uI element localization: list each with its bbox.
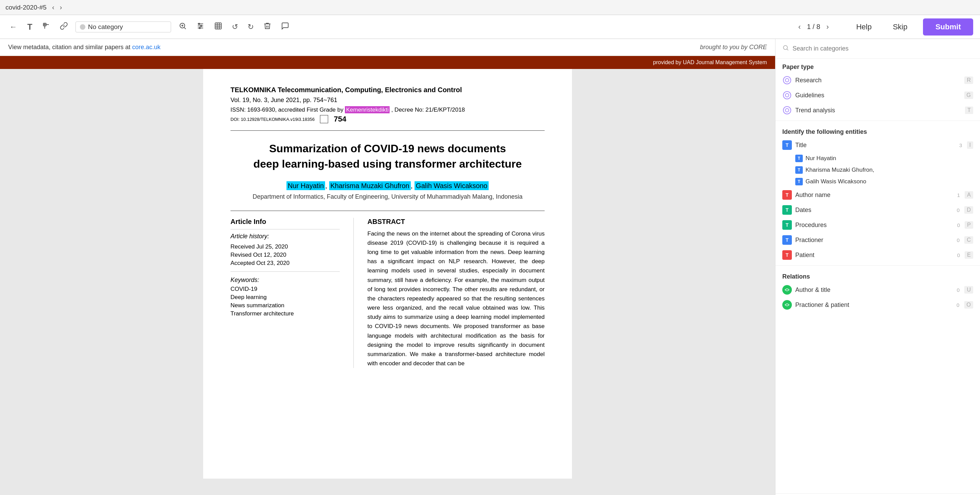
help-button[interactable]: Help xyxy=(851,20,877,34)
relation-author-title-count: 0 xyxy=(957,287,959,293)
skip-button[interactable]: Skip xyxy=(888,20,913,34)
author2-highlight: Kharisma Muzaki Ghufron xyxy=(329,181,411,190)
keyword4: Transformer architecture xyxy=(231,310,340,317)
abstract-text: Facing the news on the internet about th… xyxy=(368,229,545,368)
abstract-title: ABSTRACT xyxy=(368,218,545,226)
title-entity-icon: T xyxy=(782,140,792,150)
entity-author-name[interactable]: T Author name 1 A xyxy=(775,188,980,202)
tab-next-btn[interactable]: › xyxy=(60,3,62,11)
pdf-columns: Article Info Article history: Received J… xyxy=(231,218,545,368)
adjust-button[interactable] xyxy=(194,20,207,34)
tab-prev-btn[interactable]: ‹ xyxy=(52,3,54,11)
keyword3: News summarization xyxy=(231,302,340,309)
core-link[interactable]: core.ac.uk xyxy=(132,44,161,51)
pdf-doi: DOI: 10.12928/TELKOMNIKA.v19i3.18356 xyxy=(231,117,315,122)
pdf-vol-info: Vol. 19, No. 3, June 2021, pp. 754~761 xyxy=(231,97,545,104)
entity-practioner[interactable]: T Practioner 0 C xyxy=(775,232,980,247)
issn-highlight: Kemenristekdikti xyxy=(345,106,390,113)
pdf-paper-title: Summarization of COVID-19 news documents… xyxy=(231,141,545,172)
pdf-viewer: View metadata, citation and similar pape… xyxy=(0,39,775,495)
procedures-entity-label: Procedures xyxy=(795,221,827,229)
relation-prac-patient-icon xyxy=(782,300,792,310)
svg-point-20 xyxy=(783,107,791,114)
author3-highlight: Galih Wasis Wicaksono xyxy=(415,181,488,190)
pdf-divider-top xyxy=(231,131,545,131)
abstract-col: ABSTRACT Facing the news on the internet… xyxy=(368,218,545,368)
author-entity-icon: T xyxy=(782,190,792,200)
undo-button[interactable]: ↺ xyxy=(230,21,240,33)
tagged-kharisma: T Kharisma Muzaki Ghufron, xyxy=(775,164,980,176)
entity-title[interactable]: T Title 3 I xyxy=(775,138,980,153)
pdf-journal-title: TELKOMNIKA Telecommunication, Computing,… xyxy=(231,86,545,94)
relation-prac-patient-label: Practioner & patient xyxy=(795,301,849,309)
procedures-entity-icon: T xyxy=(782,220,792,230)
patient-entity-count: 0 xyxy=(957,252,960,258)
search-input[interactable] xyxy=(792,45,973,52)
entity-dates[interactable]: T Dates 0 D xyxy=(775,202,980,218)
tagged-t-icon-2: T xyxy=(795,166,803,174)
practioner-entity-count: 0 xyxy=(957,237,959,243)
svg-point-16 xyxy=(783,76,791,84)
pdf-banner-top: View metadata, citation and similar pape… xyxy=(0,39,775,56)
pdf-content: TELKOMNIKA Telecommunication, Computing,… xyxy=(203,69,572,479)
doi-checkbox[interactable] xyxy=(320,115,328,123)
procedures-entity-count: 0 xyxy=(957,222,960,228)
svg-point-18 xyxy=(783,91,791,99)
next-page-button[interactable]: › xyxy=(824,21,832,33)
svg-rect-13 xyxy=(215,23,221,29)
redo-button[interactable]: ↻ xyxy=(245,21,256,33)
provided-text: provided by UAD Journal Management Syste… xyxy=(653,59,767,65)
comment-button[interactable] xyxy=(279,20,291,34)
core-logo: brought to you by CORE xyxy=(700,44,767,51)
submit-button[interactable]: Submit xyxy=(923,18,973,35)
pdf-authors: Nur Hayatin, Kharisma Muzaki Ghufron, Ga… xyxy=(231,182,545,190)
transform-button[interactable] xyxy=(212,20,224,34)
back-button[interactable]: ← xyxy=(7,21,20,33)
pdf-issn: ISSN: 1693-6930, accredited First Grade … xyxy=(231,107,545,113)
article-info-title: Article Info xyxy=(231,218,340,226)
category-selector[interactable]: No category xyxy=(75,22,171,32)
text-tool-button[interactable]: T xyxy=(25,20,35,34)
relation-practioner-patient[interactable]: Practioner & patient 0 O xyxy=(775,297,980,312)
link-tool-button[interactable] xyxy=(58,20,70,34)
category-guidelines[interactable]: Guidelines G xyxy=(775,88,980,103)
patient-entity-label: Patient xyxy=(795,251,815,259)
tagged-t-icon-1: T xyxy=(795,154,803,162)
practioner-entity-label: Practioner xyxy=(795,237,823,244)
category-research[interactable]: Research R xyxy=(775,73,980,88)
patient-entity-shortcut: E xyxy=(965,251,973,259)
entities-header: Identify the following entities xyxy=(775,124,980,138)
tagged-nur-hayatin: T Nur Hayatin xyxy=(775,153,980,164)
trash-button[interactable] xyxy=(261,20,274,34)
category-trend[interactable]: Trend analysis T xyxy=(775,103,980,118)
tagged-name-1: Nur Hayatin xyxy=(805,155,836,162)
author-entity-shortcut: A xyxy=(965,191,973,199)
article-history-title: Article history: xyxy=(231,233,340,240)
toolbar: ← T No category xyxy=(0,15,980,39)
entity-procedures[interactable]: T Procedures 0 P xyxy=(775,218,980,232)
entity-patient[interactable]: T Patient 0 E xyxy=(775,247,980,263)
crop-tool-button[interactable] xyxy=(40,20,52,34)
dates-entity-label: Dates xyxy=(795,207,811,214)
pdf-banner-core: provided by UAD Journal Management Syste… xyxy=(0,56,775,69)
svg-point-21 xyxy=(785,108,789,112)
research-icon xyxy=(782,75,792,85)
svg-point-14 xyxy=(783,45,788,49)
keyword1: COVID-19 xyxy=(231,286,340,293)
prev-page-button[interactable]: ‹ xyxy=(795,21,803,33)
tab-label[interactable]: covid-2020-#5 xyxy=(5,4,46,11)
zoom-in-button[interactable] xyxy=(177,20,189,34)
search-bar xyxy=(775,39,980,59)
svg-point-19 xyxy=(785,94,789,97)
svg-line-15 xyxy=(787,49,788,51)
category-dot xyxy=(80,24,85,30)
author-entity-label: Author name xyxy=(795,191,830,199)
practioner-entity-shortcut: C xyxy=(964,236,973,244)
author-entity-count: 1 xyxy=(957,192,960,198)
revised-date: Revised Oct 12, 2020 xyxy=(231,251,340,258)
category-label: No category xyxy=(88,23,123,31)
tagged-t-icon-3: T xyxy=(795,178,803,185)
svg-point-11 xyxy=(200,25,202,27)
trend-label: Trend analysis xyxy=(795,107,835,114)
relation-author-title[interactable]: Author & title 0 U xyxy=(775,282,980,297)
